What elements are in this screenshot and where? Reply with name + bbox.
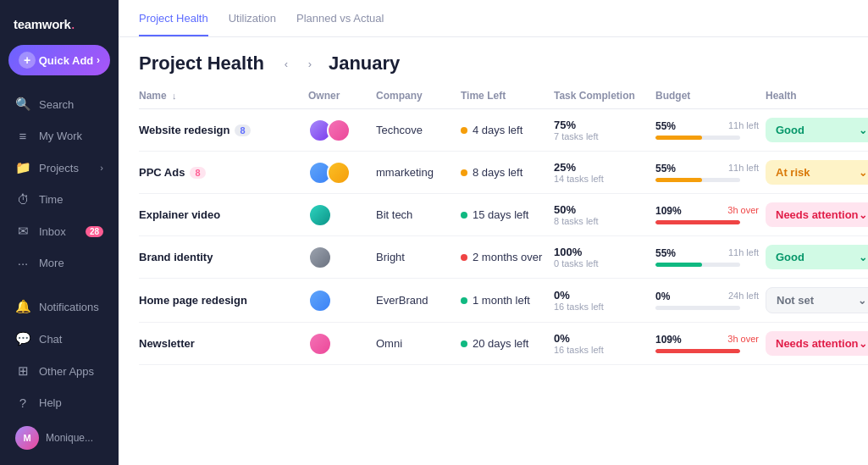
search-icon: 🔍 (15, 97, 30, 112)
prev-month-button[interactable]: ‹ (276, 53, 296, 74)
sidebar-item-inbox[interactable]: ✉ Inbox 28 (7, 216, 112, 246)
project-name[interactable]: Brand identity (139, 251, 301, 263)
budget-right: 11h left (728, 163, 759, 174)
col-owner[interactable]: Owner (308, 83, 376, 109)
page-title: Project Health (139, 53, 264, 75)
project-badge: 8 (235, 125, 250, 136)
sidebar-label-search: Search (39, 98, 74, 111)
company-cell: Bit tech (376, 194, 461, 236)
budget-cell: 109% 3h over (655, 194, 766, 236)
budget-pct: 55% (655, 163, 676, 174)
health-badge[interactable]: At risk⌄ (766, 160, 868, 185)
budget: 55% 11h left (655, 163, 759, 182)
owner-avatar (308, 332, 332, 356)
company-cell: EverBrand (376, 279, 461, 323)
task-sub: 16 tasks left (554, 345, 649, 355)
tab-utilization[interactable]: Utilization (229, 12, 276, 36)
sidebar-label-projects: Projects (39, 162, 91, 174)
sidebar-item-more[interactable]: ··· More (7, 248, 112, 278)
task-completion-cell: 100%0 tasks left (554, 236, 655, 279)
health-cell: Good⌄ (766, 109, 868, 152)
sidebar-item-search[interactable]: 🔍 Search (7, 89, 112, 119)
company-cell: Bright (376, 236, 461, 279)
budget-top: 109% 3h over (655, 334, 759, 346)
sidebar-item-projects[interactable]: 📁 Projects › (7, 152, 112, 183)
time-left-text: 2 months over (473, 251, 542, 263)
col-timeleft[interactable]: Time Left (461, 83, 554, 109)
time-left: 1 month left (461, 294, 547, 307)
owner-cell (308, 152, 376, 194)
budget-right: 24h left (728, 291, 759, 302)
sidebar-item-otherapps[interactable]: ⊞ Other Apps (7, 356, 112, 386)
sidebar-label-help: Help (39, 396, 62, 409)
timeleft-cell: 4 days left (461, 109, 554, 152)
health-badge[interactable]: Not set⌄ (766, 287, 868, 313)
health-badge[interactable]: Needs attention⌄ (766, 331, 868, 356)
budget: 55% 11h left (655, 247, 759, 267)
budget: 0% 24h left (655, 291, 759, 310)
sidebar-item-chat[interactable]: 💬 Chat (7, 324, 112, 354)
logo: teamwork. (0, 0, 119, 45)
sidebar-label-otherapps: Other Apps (39, 365, 94, 378)
budget-pct: 109% (655, 205, 682, 217)
col-budget[interactable]: Budget (655, 83, 766, 109)
owner-avatars (308, 289, 369, 313)
sidebar-label-chat: Chat (39, 333, 62, 346)
health-label: Needs attention (776, 208, 859, 221)
owner-cell (308, 109, 376, 152)
next-month-button[interactable]: › (300, 53, 320, 74)
project-name[interactable]: Newsletter (139, 337, 301, 350)
sidebar-item-time[interactable]: ⏱ Time (7, 185, 112, 214)
time-left-text: 1 month left (473, 294, 530, 307)
sidebar-item-notifications[interactable]: 🔔 Notifications (7, 291, 112, 322)
owner-avatars (308, 119, 369, 142)
task-completion-cell: 0%16 tasks left (554, 323, 655, 365)
budget-pct: 0% (655, 291, 670, 302)
inbox-badge: 28 (86, 226, 103, 237)
health-badge[interactable]: Good⌄ (766, 118, 868, 142)
sidebar-item-help[interactable]: ? Help (7, 388, 112, 418)
health-label: Needs attention (776, 337, 859, 350)
owner-cell (308, 279, 376, 323)
health-label: Good (776, 124, 804, 136)
project-name[interactable]: Explainer video (139, 208, 301, 221)
project-name[interactable]: Website redesign8 (139, 124, 301, 136)
budget-cell: 55% 11h left (655, 152, 766, 194)
time-dot (461, 254, 467, 261)
col-name[interactable]: Name ↓ (139, 83, 308, 109)
user-avatar-row[interactable]: M Monique... (7, 419, 112, 457)
table-row: Explainer videoBit tech15 days left50%8 … (139, 194, 868, 236)
owner-avatar (327, 161, 351, 185)
project-name-cell: Home page redesign (139, 279, 308, 323)
sidebar-item-mywork[interactable]: ≡ My Work (7, 121, 112, 151)
task-completion: 50%8 tasks left (554, 203, 649, 226)
budget-top: 55% 11h left (655, 120, 759, 132)
col-company[interactable]: Company (376, 83, 461, 109)
timeleft-cell: 8 days left (461, 152, 554, 194)
col-health[interactable]: Health (766, 83, 868, 109)
task-sub: 8 tasks left (554, 216, 649, 226)
quick-add-button[interactable]: + Quick Add › (8, 45, 110, 75)
tab-project-health[interactable]: Project Health (139, 12, 208, 36)
owner-avatar (308, 289, 332, 313)
health-badge[interactable]: Needs attention⌄ (766, 202, 868, 227)
time-left-text: 4 days left (473, 124, 522, 136)
col-taskcompletion[interactable]: Task Completion (554, 83, 655, 109)
sidebar-label-notifications: Notifications (39, 301, 99, 313)
project-badge: 8 (190, 167, 205, 179)
owner-avatars (308, 246, 369, 269)
budget-progress-fill (655, 220, 740, 224)
project-name[interactable]: Home page redesign (139, 294, 301, 307)
task-sub: 16 tasks left (554, 302, 649, 312)
health-label: At risk (776, 166, 810, 179)
task-completion-cell: 75%7 tasks left (554, 109, 655, 152)
sidebar-label-inbox: Inbox (39, 225, 66, 238)
health-label: Not set (777, 294, 814, 307)
project-name[interactable]: PPC Ads8 (139, 166, 301, 179)
task-completion: 25%14 tasks left (554, 161, 649, 184)
task-sub: 14 tasks left (554, 174, 649, 184)
tab-planned-vs-actual[interactable]: Planned vs Actual (296, 12, 384, 36)
health-chevron-icon: ⌄ (859, 167, 867, 179)
health-badge[interactable]: Good⌄ (766, 245, 868, 269)
health-cell: At risk⌄ (766, 152, 868, 194)
